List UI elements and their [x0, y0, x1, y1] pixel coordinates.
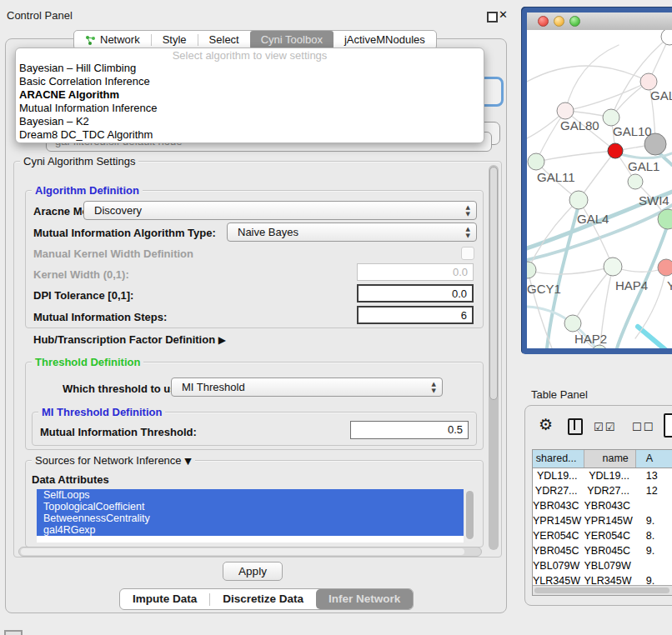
dpi-tolerance-field[interactable]: 0.0 — [357, 284, 474, 302]
node-label: GAL1 — [628, 159, 659, 173]
panel-title: Control Panel — [7, 9, 73, 22]
close-window-icon[interactable] — [538, 16, 549, 27]
network-node[interactable] — [557, 102, 574, 119]
node-label: GCY1 — [527, 282, 561, 296]
dpi-tolerance-label: DPI Tolerance [0,1]: — [33, 289, 133, 302]
attribute-item[interactable]: TopologicalCoefficient — [37, 501, 464, 512]
apply-button[interactable]: Apply — [223, 562, 283, 581]
algorithm-option[interactable]: Bayesian – K2 — [16, 115, 484, 128]
network-edge[interactable] — [638, 327, 672, 348]
mi-type-combo[interactable]: Naive Bayes ▲▼ — [227, 222, 477, 242]
data-attributes-label: Data Attributes — [32, 473, 109, 486]
network-node[interactable] — [569, 191, 588, 209]
attribute-item[interactable]: SelfLoops — [37, 489, 464, 501]
network-edge[interactable] — [565, 45, 619, 111]
tab-label: Network — [100, 31, 140, 49]
algorithm-option[interactable]: Dream8 DC_TDC Algorithm — [16, 128, 484, 142]
mi-steps-field[interactable]: 6 — [357, 306, 474, 324]
network-edge[interactable] — [611, 37, 669, 118]
table-row[interactable]: YBL079WYBL079W — [533, 558, 672, 573]
column-header-partial[interactable]: A — [636, 450, 672, 468]
table-hscrollbar[interactable] — [533, 585, 672, 595]
tab-style[interactable]: Style — [152, 31, 198, 49]
network-window: GALGAL80GAL10GAL1GAL11SWI4GAL4GCY1HAP4YH… — [521, 7, 672, 354]
algorithm-list: Bayesian – Hill ClimbingBasic Correlatio… — [16, 62, 484, 142]
tab-jactivemnodules[interactable]: jActiveMNodules — [333, 31, 436, 49]
network-edge[interactable] — [536, 151, 615, 162]
network-node[interactable] — [604, 258, 622, 276]
aracne-mode-combo[interactable]: Discovery ▲▼ — [83, 201, 477, 220]
network-node[interactable] — [564, 315, 581, 332]
tab-network[interactable]: Network — [74, 31, 151, 49]
combo-spinner-icon: ▲▼ — [466, 226, 470, 239]
node-label: Y — [667, 278, 672, 292]
network-node[interactable] — [527, 262, 536, 278]
network-edge[interactable] — [617, 153, 672, 158]
column-header-shared[interactable]: shared... — [533, 450, 584, 468]
network-canvas[interactable]: GALGAL80GAL10GAL1GAL11SWI4GAL4GCY1HAP4YH… — [527, 30, 672, 348]
manual-kernel-checkbox[interactable] — [461, 247, 474, 260]
table-row[interactable]: YER054CYER054C8. — [533, 528, 672, 543]
network-titlebar[interactable] — [527, 12, 672, 31]
bottom-tabbar: Impute Data Discretize Data Infer Networ… — [119, 588, 414, 610]
algorithm-option[interactable]: ARACNE Algorithm — [16, 88, 484, 102]
tab-cyni-toolbox[interactable]: Cyni Toolbox — [250, 31, 333, 49]
node-label: GAL10 — [613, 124, 652, 138]
hub-section-toggle[interactable]: Hub/Transcription Factor Definition ▶ — [33, 333, 226, 346]
table-row[interactable]: YBR043CYBR043C — [533, 498, 672, 513]
network-node[interactable] — [628, 174, 643, 189]
attributes-scrollbar[interactable] — [465, 490, 474, 542]
settings-hscrollbar-thumb[interactable] — [21, 548, 464, 555]
mi-threshold-field[interactable]: 0.5 — [350, 421, 469, 439]
node-label: HAP4 — [615, 278, 648, 292]
document-icon[interactable] — [664, 413, 672, 438]
table-hscrollbar-thumb[interactable] — [534, 588, 669, 593]
settings-scrollbar[interactable] — [489, 165, 499, 550]
table-row[interactable]: YDR27...YDR27...12 — [533, 483, 672, 498]
tab-infer-network[interactable]: Infer Network — [316, 589, 413, 609]
kernel-width-field[interactable]: 0.0 — [357, 263, 474, 281]
attributes-scrollbar-thumb[interactable] — [466, 491, 474, 539]
zoom-window-icon[interactable] — [569, 16, 580, 27]
tab-discretize-data[interactable]: Discretize Data — [210, 589, 316, 609]
settings-hscrollbar[interactable] — [18, 547, 482, 557]
attribute-item[interactable]: BetweennessCentrality — [37, 512, 464, 524]
network-node[interactable] — [658, 259, 672, 276]
table-row[interactable]: YDL19...YDL19...13 — [533, 468, 672, 483]
network-edge[interactable] — [528, 267, 613, 274]
mi-type-label: Mutual Information Algorithm Type: — [33, 227, 216, 239]
network-edge[interactable] — [565, 82, 649, 111]
minimize-window-icon[interactable] — [554, 16, 564, 27]
threshold-title: Threshold Definition — [32, 356, 143, 368]
algorithm-option[interactable]: Bayesian – Hill Climbing — [16, 62, 484, 75]
manual-kernel-label: Manual Kernel Width Definition — [33, 248, 193, 260]
settings-scrollbar-thumb[interactable] — [489, 167, 498, 400]
network-node[interactable] — [608, 143, 623, 158]
minimized-panel-chip[interactable] — [4, 630, 23, 635]
tab-impute-data[interactable]: Impute Data — [120, 589, 209, 609]
algorithm-option[interactable]: Mutual Information Inference — [16, 102, 484, 115]
algorithm-dropdown-popup: Select algorithm to view settings Bayesi… — [15, 48, 484, 143]
gear-icon[interactable]: ⚙ — [539, 415, 553, 433]
mi-threshold-label: Mutual Information Threshold: — [40, 426, 197, 438]
data-attributes-list[interactable]: SelfLoopsTopologicalCoefficientBetweenne… — [37, 489, 464, 542]
node-label: HAP2 — [574, 332, 607, 346]
float-panel-icon[interactable] — [487, 12, 498, 22]
network-node[interactable] — [603, 109, 619, 126]
sources-title[interactable]: Sources for Network Inference ▼ — [32, 454, 195, 467]
which-threshold-combo[interactable]: MI Threshold ▲▼ — [171, 378, 443, 397]
algorithm-option[interactable]: Basic Correlation Inference — [16, 75, 484, 88]
column-header-name[interactable]: name — [584, 450, 636, 468]
deselect-all-checkboxes-icon[interactable]: ☐☐ — [632, 421, 654, 433]
network-node[interactable] — [528, 153, 544, 170]
tab-select[interactable]: Select — [198, 31, 250, 49]
attribute-item[interactable]: gal4RGexp — [37, 524, 464, 536]
node-label: GAL4 — [577, 212, 609, 226]
close-panel-icon[interactable]: ✕ — [499, 8, 508, 21]
table-row[interactable]: YBR045CYBR045C9. — [533, 543, 672, 558]
network-node[interactable] — [640, 73, 657, 90]
algorithm-definition-title: Algorithm Definition — [32, 184, 143, 197]
select-all-checkboxes-icon[interactable]: ☑☑ — [594, 421, 616, 433]
columns-icon[interactable] — [568, 418, 583, 435]
table-row[interactable]: YPR145WYPR145W9. — [533, 513, 672, 528]
